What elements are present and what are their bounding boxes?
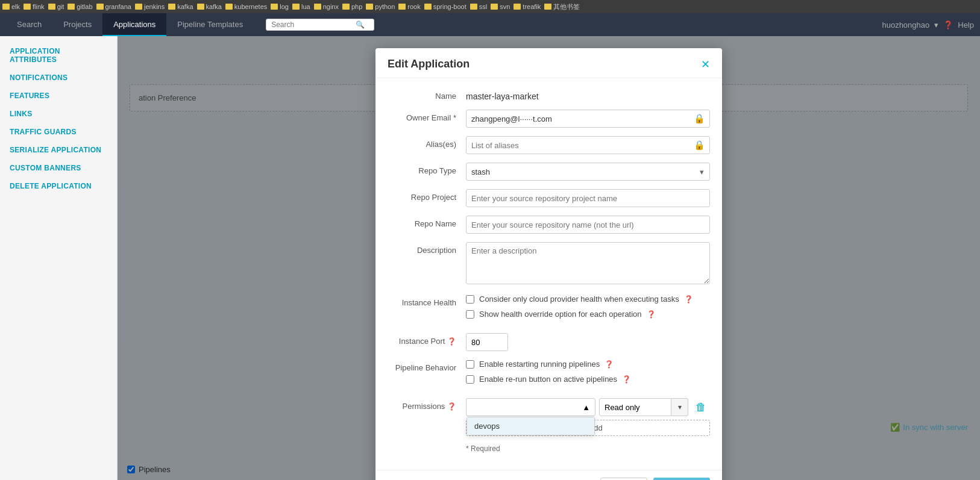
repo-type-select[interactable]: stash github gitlab bitbucket: [466, 163, 710, 181]
nav-search-input[interactable]: [271, 20, 356, 29]
instance-health-label: Instance Health: [388, 295, 466, 307]
nav-search-bar[interactable]: 🔍: [266, 19, 374, 31]
repo-type-label: Repo Type: [388, 163, 466, 175]
bookmark-item[interactable]: kafka: [168, 3, 193, 10]
repo-name-wrap: [466, 216, 710, 234]
description-row: Description: [388, 242, 710, 286]
perm-delete-button[interactable]: 🗑: [692, 398, 710, 416]
bookmarks-bar: (function(){ const data = JSON.parse(doc…: [0, 0, 980, 13]
sidebar-item-custom-banners[interactable]: CUSTOM BANNERS: [0, 159, 117, 177]
instance-port-input[interactable]: [466, 333, 508, 351]
sidebar-item-traffic-guards[interactable]: TRAFFIC GUARDS: [0, 123, 117, 141]
repo-project-input[interactable]: [466, 189, 710, 207]
bookmark-item[interactable]: nginx: [314, 3, 339, 10]
sidebar-item-links[interactable]: LINKS: [0, 105, 117, 123]
repo-project-wrap: [466, 189, 710, 207]
perm-group-dropdown[interactable]: ▲ devops: [466, 398, 595, 416]
search-icon: 🔍: [356, 20, 365, 29]
repo-project-row: Repo Project: [388, 189, 710, 207]
bookmark-item[interactable]: jenkins: [135, 3, 165, 10]
nav-tabs: Search Projects Applications Pipeline Te…: [6, 13, 254, 36]
checkbox4-row: Enable re-run button on active pipelines…: [466, 375, 710, 384]
tab-applications[interactable]: Applications: [102, 13, 166, 36]
user-name[interactable]: huozhonghao: [882, 20, 929, 30]
perm-group-chevron-icon: ▲: [582, 403, 590, 412]
update-button[interactable]: ✓ Update: [653, 478, 710, 480]
tab-projects[interactable]: Projects: [52, 13, 102, 36]
bookmark-item[interactable]: gitlab: [68, 3, 92, 10]
modal-overlay: Edit Application ✕ Name master-laya-mark…: [118, 36, 980, 480]
instance-port-row: Instance Port ❓: [388, 333, 710, 351]
permissions-help-icon: ❓: [447, 402, 456, 411]
bookmark-item[interactable]: php: [342, 3, 362, 10]
modal-body: Name master-laya-market Owner Email * 🔒: [375, 78, 722, 470]
aliases-row: Alias(es) 🔒: [388, 136, 710, 154]
bookmark-item[interactable]: git: [48, 3, 64, 10]
help-icon[interactable]: ❓: [943, 20, 953, 30]
bookmark-item[interactable]: log: [271, 3, 289, 10]
name-row: Name master-laya-market: [388, 88, 710, 101]
edit-application-modal: Edit Application ✕ Name master-laya-mark…: [375, 48, 722, 480]
owner-email-input[interactable]: [466, 110, 710, 128]
sidebar-item-serialize[interactable]: SERIALIZE APPLICATION: [0, 141, 117, 159]
main-layout: APPLICATION ATTRIBUTES NOTIFICATIONS FEA…: [0, 36, 980, 480]
bookmark-item[interactable]: python: [366, 3, 395, 10]
bookmark-item[interactable]: kafka: [197, 3, 222, 10]
bookmark-item[interactable]: lua: [292, 3, 310, 10]
checkbox3-row: Enable restarting running pipelines ❓: [466, 360, 710, 369]
modal-header: Edit Application ✕: [375, 48, 722, 78]
instance-health-row: Instance Health Consider only cloud prov…: [388, 295, 710, 325]
name-label: Name: [388, 88, 466, 101]
bookmark-item[interactable]: kubernetes: [225, 3, 267, 10]
restart-pipelines-label: Enable restarting running pipelines: [479, 360, 600, 369]
repo-name-input[interactable]: [466, 216, 710, 234]
aliases-input-wrap: 🔒: [466, 136, 710, 154]
bookmark-item[interactable]: 其他书签: [544, 2, 580, 11]
restart-pipelines-checkbox[interactable]: [466, 360, 474, 369]
bookmark-item[interactable]: svn: [491, 3, 510, 10]
tab-search[interactable]: Search: [6, 13, 52, 36]
health-override-label: Show health override option for each ope…: [479, 310, 642, 319]
cloud-health-checkbox[interactable]: [466, 295, 474, 304]
pipeline-behavior-label: Pipeline Behavior: [388, 360, 466, 372]
perm-role-select[interactable]: Read only Write Execute: [599, 398, 671, 416]
sidebar-item-delete-app[interactable]: DELETE APPLICATION: [0, 177, 117, 195]
description-wrap: [466, 242, 710, 286]
description-textarea[interactable]: [466, 242, 710, 284]
modal-footer: Cancel ✓ Update: [375, 470, 722, 480]
repo-type-wrap: stash github gitlab bitbucket ▾: [466, 163, 710, 181]
health-override-checkbox[interactable]: [466, 310, 474, 319]
bookmark-item[interactable]: treafik: [514, 3, 541, 10]
pipeline-behavior-row: Pipeline Behavior Enable restarting runn…: [388, 360, 710, 390]
cloud-health-label: Consider only cloud provider health when…: [479, 295, 679, 304]
user-chevron-icon[interactable]: ▾: [934, 20, 938, 30]
sidebar-item-app-attributes[interactable]: APPLICATION ATTRIBUTES: [0, 42, 117, 69]
bookmark-item[interactable]: elk: [2, 3, 20, 10]
bookmark-item[interactable]: ssl: [470, 3, 487, 10]
repo-project-label: Repo Project: [388, 189, 466, 202]
repo-name-row: Repo Name: [388, 216, 710, 234]
tab-pipeline-templates[interactable]: Pipeline Templates: [166, 13, 254, 36]
permissions-label: Permissions ❓: [388, 398, 466, 411]
aliases-label: Alias(es): [388, 136, 466, 149]
instance-port-help-icon: ❓: [447, 337, 456, 346]
perm-role-arrow-button[interactable]: ▾: [671, 398, 688, 416]
rerun-button-help-icon: ❓: [622, 375, 631, 384]
group-option-devops[interactable]: devops: [467, 417, 594, 435]
owner-email-row: Owner Email * 🔒: [388, 110, 710, 128]
modal-close-button[interactable]: ✕: [701, 59, 710, 70]
aliases-input[interactable]: [466, 136, 710, 154]
bookmark-item[interactable]: granfana: [96, 3, 131, 10]
sidebar-item-notifications[interactable]: NOTIFICATIONS: [0, 69, 117, 87]
rerun-button-checkbox[interactable]: [466, 375, 474, 384]
bookmark-item[interactable]: flink: [24, 3, 45, 10]
cancel-button[interactable]: Cancel: [600, 478, 647, 480]
nav-right: huozhonghao ▾ ❓ Help: [882, 20, 974, 30]
bookmark-item[interactable]: rook: [398, 3, 420, 10]
cloud-health-help-icon: ❓: [684, 295, 693, 304]
health-override-help-icon: ❓: [647, 310, 656, 319]
sidebar-item-features[interactable]: FEATURES: [0, 87, 117, 105]
owner-email-input-wrap: 🔒: [466, 110, 710, 128]
owner-email-label: Owner Email *: [388, 110, 466, 122]
bookmark-item[interactable]: spring-boot: [424, 3, 466, 10]
